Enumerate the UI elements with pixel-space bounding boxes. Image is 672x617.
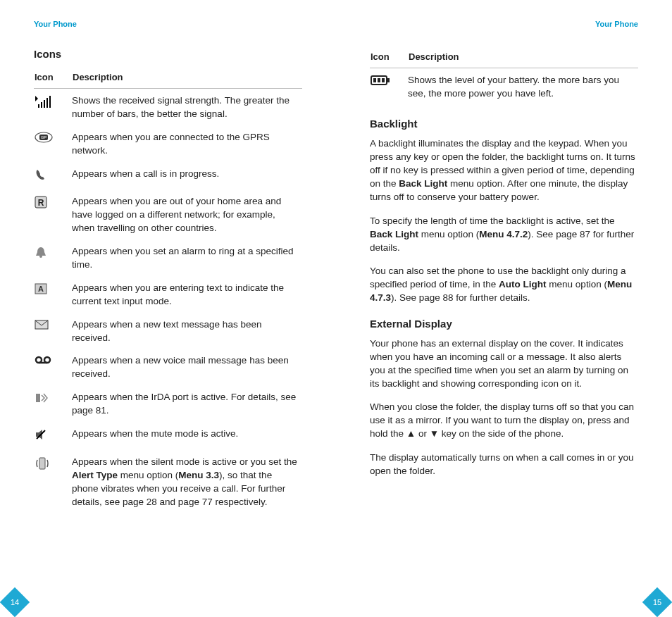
icon-description: Appears when the IrDA port is active. Fo… xyxy=(72,385,302,422)
svg-text:GP: GP xyxy=(41,135,47,139)
table-row: Shows the level of your battery. the mor… xyxy=(370,68,638,105)
voicemail-icon xyxy=(34,349,72,385)
section-heading: External Display xyxy=(370,318,638,330)
roaming-icon: R xyxy=(34,189,72,239)
battery-icon xyxy=(370,68,408,105)
icon-description: Appears when you are out of your home ar… xyxy=(72,189,302,239)
table-row: Appears when the silent mode is active o… xyxy=(34,450,302,513)
section-heading: Backlight xyxy=(370,118,638,130)
paragraph: When you close the folder, the display t… xyxy=(370,400,638,440)
page-number-left: 14 xyxy=(0,587,30,617)
svg-rect-21 xyxy=(387,78,390,82)
svg-rect-1 xyxy=(41,102,42,108)
table-row: Appears when the IrDA port is active. Fo… xyxy=(34,385,302,422)
page-spread: Your Phone Icons Icon Description Shows … xyxy=(0,0,672,617)
svg-rect-19 xyxy=(39,458,45,469)
page-footer-left: 14 xyxy=(4,592,302,613)
table-row: Appears when the mute mode is active. xyxy=(34,422,302,450)
col-header-description: Description xyxy=(72,71,302,89)
signal-strength-icon xyxy=(34,89,72,125)
svg-rect-24 xyxy=(382,78,385,82)
icons-section-title: Icons xyxy=(34,48,302,60)
icon-description: Appears when the mute mode is active. xyxy=(72,422,302,450)
paragraph: Your phone has an external display on th… xyxy=(370,337,638,391)
paragraph: To specify the length of time the backli… xyxy=(370,214,638,254)
table-row: Shows the received signal strength. The … xyxy=(34,89,302,125)
svg-text:A: A xyxy=(38,285,44,293)
page-header-left: Your Phone xyxy=(34,20,302,28)
table-row: Appears when a new voice mail message ha… xyxy=(34,349,302,385)
icon-description: Appears when a new text message has been… xyxy=(72,313,302,349)
icon-description: Appears when the silent mode is active o… xyxy=(72,450,302,513)
icon-description: Shows the received signal strength. The … xyxy=(72,89,302,125)
svg-rect-3 xyxy=(46,98,48,108)
icon-description: Appears when a new voice mail message ha… xyxy=(72,349,302,385)
icons-table-body-right: Shows the level of your battery. the mor… xyxy=(370,68,638,105)
text-input-icon: A xyxy=(34,276,72,313)
svg-rect-23 xyxy=(378,78,380,82)
page-number-right: 15 xyxy=(642,587,672,617)
table-row: Appears when a call is in progress. xyxy=(34,162,302,190)
table-row: Appears when a new text message has been… xyxy=(34,313,302,349)
icon-description: Appears when you are entering text to in… xyxy=(72,276,302,313)
icon-description: Appears when you are connected to the GP… xyxy=(72,125,302,162)
icon-description: Appears when a call is in progress. xyxy=(72,162,302,190)
page-footer-right: 15 xyxy=(370,592,668,613)
page-15: Your Phone Icon Description Shows the le… xyxy=(336,0,672,617)
table-row: AAppears when you are entering text to i… xyxy=(34,276,302,313)
irda-icon xyxy=(34,385,72,422)
svg-rect-2 xyxy=(44,100,45,108)
icon-description: Shows the level of your battery. the mor… xyxy=(408,68,638,105)
gprs-icon: GP xyxy=(34,125,72,162)
icon-description: Appears when you set an alarm to ring at… xyxy=(72,239,302,276)
svg-rect-4 xyxy=(49,96,51,108)
icons-table: Icon Description Shows the received sign… xyxy=(34,71,302,513)
svg-rect-17 xyxy=(36,394,40,402)
paragraph: You can also set the phone to use the ba… xyxy=(370,264,638,304)
page-14: Your Phone Icons Icon Description Shows … xyxy=(0,0,336,617)
sms-icon xyxy=(34,313,72,349)
paragraph: The display automatically turns on when … xyxy=(370,451,638,478)
table-row: GPAppears when you are connected to the … xyxy=(34,125,302,162)
table-row: RAppears when you are out of your home a… xyxy=(34,189,302,239)
icons-table-right: Icon Description Shows the level of your… xyxy=(370,51,638,105)
table-row: Appears when you set an alarm to ring at… xyxy=(34,239,302,276)
call-icon xyxy=(34,162,72,190)
paragraph: A backlight illuminates the display and … xyxy=(370,137,638,204)
svg-text:R: R xyxy=(38,198,44,208)
body-text-right: BacklightA backlight illuminates the dis… xyxy=(370,105,638,487)
svg-rect-22 xyxy=(373,78,376,82)
svg-rect-0 xyxy=(38,104,39,108)
page-header-right: Your Phone xyxy=(370,20,638,28)
silent-vibrate-icon xyxy=(34,450,72,513)
mute-icon xyxy=(34,422,72,450)
col-header-icon-right: Icon xyxy=(370,51,408,68)
col-header-description-right: Description xyxy=(408,51,638,68)
svg-point-10 xyxy=(39,255,42,258)
col-header-icon: Icon xyxy=(34,71,72,89)
alarm-icon xyxy=(34,239,72,276)
icons-table-body: Shows the received signal strength. The … xyxy=(34,89,302,513)
